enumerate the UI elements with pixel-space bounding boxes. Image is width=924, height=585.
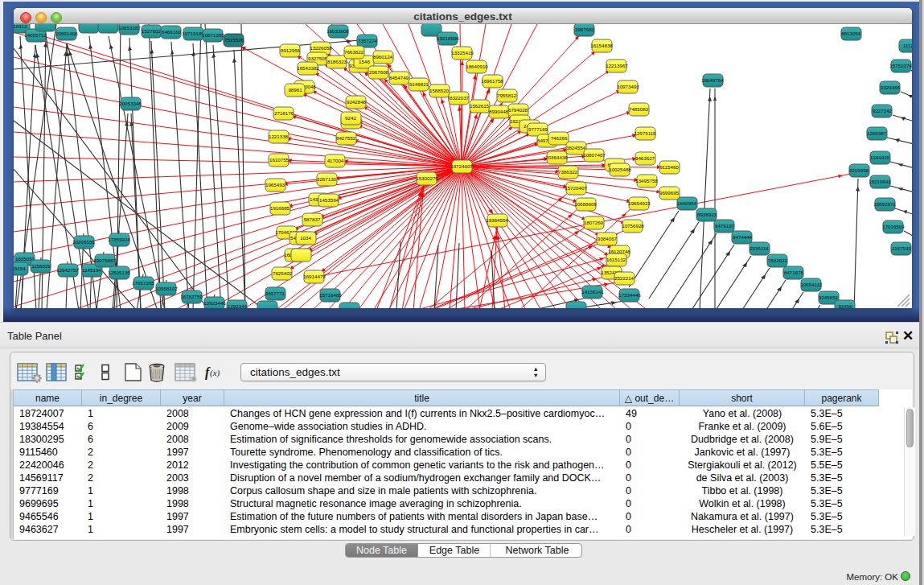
svg-text:10688609: 10688609 — [574, 201, 597, 207]
svg-text:15300275: 15300275 — [416, 175, 438, 181]
svg-text:1034: 1034 — [300, 235, 311, 241]
svg-text:7955812: 7955812 — [497, 93, 517, 98]
svg-text:16154838: 16154838 — [590, 43, 613, 48]
svg-text:20364436: 20364436 — [545, 154, 568, 160]
svg-text:39154: 39154 — [14, 266, 26, 271]
svg-text:1615132: 1615132 — [606, 257, 626, 262]
svg-text:6794028: 6794028 — [508, 107, 528, 113]
svg-text:7625402: 7625402 — [273, 270, 293, 276]
svg-text:10653287: 10653287 — [118, 25, 141, 31]
svg-text:1453594: 1453594 — [319, 197, 339, 203]
svg-text:1292344: 1292344 — [228, 303, 248, 308]
svg-text:9463627: 9463627 — [635, 155, 655, 161]
svg-text:2718176: 2718176 — [274, 110, 294, 116]
svg-text:9245652: 9245652 — [819, 295, 839, 300]
svg-text:417004: 417004 — [327, 158, 344, 163]
svg-text:1145194: 1145194 — [82, 267, 101, 273]
svg-text:15716485: 15716485 — [319, 292, 342, 298]
svg-text:9327505: 9327505 — [308, 56, 328, 61]
svg-text:12975115: 12975115 — [634, 130, 656, 136]
svg-text:15751074: 15751074 — [889, 63, 912, 68]
svg-text:17016504: 17016504 — [882, 224, 905, 229]
svg-text:8960124: 8960124 — [373, 54, 393, 60]
svg-text:17359924: 17359924 — [108, 237, 130, 242]
svg-text:16914479: 16914479 — [303, 274, 326, 279]
svg-text:8322037: 8322037 — [450, 95, 470, 101]
svg-text:16210643: 16210643 — [869, 179, 891, 184]
svg-text:7632621: 7632621 — [768, 257, 788, 263]
svg-text:11123: 11123 — [903, 43, 912, 48]
svg-text:10719185: 10719185 — [182, 31, 204, 36]
svg-text:12923446: 12923446 — [203, 300, 226, 306]
svg-text:18640910: 18640910 — [466, 64, 488, 69]
svg-text:13495758: 13495758 — [635, 178, 658, 183]
svg-text:8938923: 8938923 — [697, 212, 717, 217]
svg-text:17957265: 17957265 — [132, 280, 154, 286]
svg-text:16782759: 16782759 — [180, 294, 203, 299]
svg-text:20206556: 20206556 — [72, 239, 95, 245]
svg-text:1167533: 1167533 — [892, 245, 911, 251]
svg-text:1916685: 1916685 — [270, 205, 290, 211]
svg-text:1965493: 1965493 — [265, 182, 285, 187]
svg-text:14055712: 14055712 — [24, 32, 47, 38]
svg-text:12505135: 12505135 — [108, 270, 130, 275]
svg-text:1562615: 1562615 — [470, 103, 490, 109]
svg-text:12213967: 12213967 — [606, 63, 628, 68]
svg-text:19384554: 19384554 — [486, 217, 508, 223]
svg-text:9699695: 9699695 — [659, 190, 680, 196]
svg-text:19218506: 19218506 — [437, 35, 459, 41]
svg-text:10654112: 10654112 — [800, 282, 823, 287]
svg-text:6466160: 6466160 — [162, 29, 182, 35]
svg-text:9242: 9242 — [345, 115, 356, 121]
svg-text:18724007: 18724007 — [450, 163, 473, 169]
svg-text:16961758: 16961758 — [481, 78, 503, 84]
svg-text:7485083: 7485083 — [629, 106, 649, 112]
svg-text:8186323: 8186323 — [327, 59, 347, 64]
svg-text:(x): (x) — [210, 368, 220, 378]
svg-text:2967608: 2967608 — [369, 69, 389, 75]
svg-text:16543382: 16543382 — [297, 65, 319, 71]
svg-text:6479197: 6479197 — [715, 223, 735, 229]
svg-text:16648764: 16648764 — [701, 77, 724, 83]
svg-text:10025488: 10025488 — [609, 167, 631, 172]
svg-text:746266: 746266 — [551, 135, 568, 141]
svg-text:92456: 92456 — [838, 303, 852, 308]
svg-text:1221338: 1221338 — [269, 134, 289, 139]
svg-text:13325419: 13325419 — [451, 50, 474, 56]
svg-text:9115460: 9115460 — [659, 164, 679, 170]
svg-text:9242848: 9242848 — [347, 99, 367, 105]
svg-text:9777169: 9777169 — [528, 126, 548, 132]
svg-text:17334446: 17334446 — [618, 292, 641, 298]
svg-text:3824554: 3824554 — [566, 145, 586, 150]
svg-text:19654923: 19654923 — [628, 200, 651, 206]
svg-text:39975887: 39975887 — [93, 257, 116, 263]
svg-text:13226058: 13226058 — [310, 45, 332, 51]
svg-text:7663822: 7663822 — [344, 49, 364, 55]
svg-text:8912956: 8912956 — [281, 47, 301, 53]
svg-text:587837: 587837 — [304, 216, 321, 222]
svg-text:10958107: 10958107 — [155, 286, 178, 291]
svg-text:8427552: 8427552 — [336, 135, 356, 141]
svg-text:16033809: 16033809 — [326, 28, 349, 34]
svg-text:15692971: 15692971 — [873, 201, 896, 207]
svg-text:1546: 1546 — [359, 59, 370, 64]
svg-text:14136141: 14136141 — [581, 289, 604, 295]
svg-text:8471676: 8471676 — [784, 270, 804, 275]
svg-text:2935114: 2935114 — [749, 245, 769, 251]
svg-text:7515526: 7515526 — [224, 37, 244, 43]
svg-text:8454749: 8454749 — [389, 75, 409, 80]
svg-text:1610755: 1610755 — [269, 157, 290, 163]
svg-text:9227342: 9227342 — [873, 108, 893, 113]
svg-text:20053346: 20053346 — [119, 101, 142, 106]
svg-text:7386322: 7386322 — [558, 169, 578, 175]
svg-text:9474444: 9474444 — [733, 234, 753, 240]
svg-text:10671355: 10671355 — [202, 32, 224, 38]
svg-text:1156829: 1156829 — [31, 263, 51, 269]
svg-text:1244415: 1244415 — [870, 154, 890, 160]
svg-text:1640954: 1640954 — [677, 200, 697, 206]
svg-text:10973493: 10973493 — [617, 84, 639, 89]
svg-text:12942757: 12942757 — [56, 267, 79, 273]
svg-text:9329366: 9329366 — [881, 84, 901, 90]
svg-text:1527602: 1527602 — [142, 28, 162, 34]
svg-text:3267130: 3267130 — [317, 176, 337, 182]
